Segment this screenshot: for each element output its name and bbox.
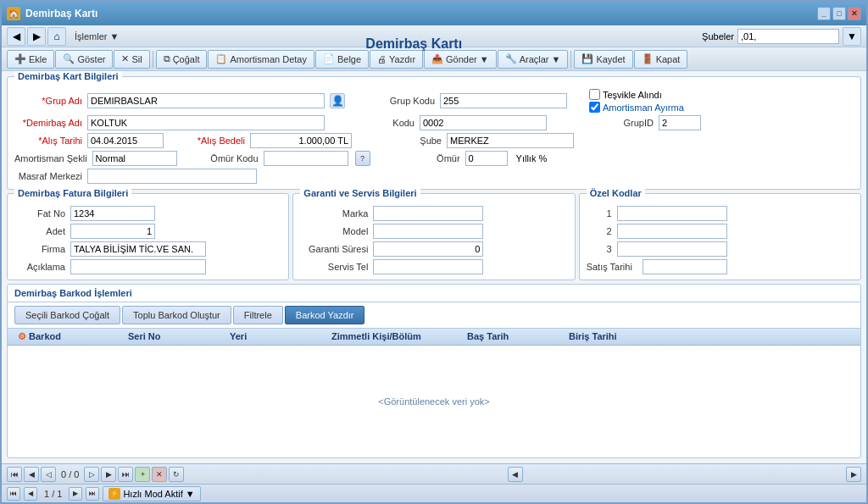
status-prev-button[interactable]: ◀ (24, 487, 37, 501)
gonder-icon: 📤 (431, 53, 443, 64)
status-bar: ⏮ ◀ 1 / 1 ▶ ⏭ ⚡ Hızlı Mod Aktif ▼ (2, 484, 866, 502)
kod3-input[interactable] (617, 241, 727, 257)
forward-icon[interactable]: ▶ (27, 27, 46, 46)
garanti-suresi-input[interactable] (373, 241, 483, 257)
secili-cogalt-button[interactable]: Seçili Barkod Çoğalt (14, 306, 120, 324)
gonder-dropdown-icon: ▼ (480, 54, 489, 64)
kod1-label: 1 (587, 208, 612, 219)
fat-no-input[interactable] (70, 206, 155, 221)
sil-button[interactable]: ✕ Sil (114, 50, 149, 69)
yazdir-button[interactable]: 🖨 Yazdır (370, 50, 423, 69)
ozel-kodlar-title: Özel Kodlar (587, 188, 645, 198)
next-record-button[interactable]: ▷ (84, 467, 99, 482)
garanti-title: Garanti ve Servis Bilgileri (300, 188, 420, 198)
adet-input[interactable] (70, 224, 155, 239)
belge-button[interactable]: 📄 Belge (315, 50, 369, 69)
filtrele-button[interactable]: Filtrele (233, 306, 283, 324)
col-serino-header: Seri No (125, 330, 226, 343)
next-record2-button[interactable]: ▶ (101, 467, 116, 482)
amortisman-sekli-input[interactable] (92, 151, 177, 166)
sube-input[interactable] (447, 133, 574, 148)
barkod-yazdir-button[interactable]: Barkod Yazdır (285, 306, 365, 324)
omur-label: Ömür (392, 153, 460, 163)
islemler-menu[interactable]: İşlemler ▼ (68, 30, 125, 43)
firma-row: Firma (14, 241, 281, 257)
alis-tarihi-input[interactable] (87, 133, 164, 148)
kod2-input[interactable] (617, 224, 727, 239)
satis-tarihi-input[interactable] (643, 259, 727, 274)
status-first-button[interactable]: ⏮ (7, 487, 20, 501)
tesvik-checkbox[interactable] (589, 89, 600, 100)
three-sections-row: Demirbaş Fatura Bilgileri Fat No Adet Fi… (7, 193, 861, 280)
add-record-button[interactable]: + (135, 467, 150, 482)
first-record-button[interactable]: ⏮ (7, 467, 22, 482)
kart-bilgileri-title: Demirbaş Kart Bilgileri (14, 71, 122, 81)
scroll-left-button[interactable]: ◀ (508, 467, 523, 482)
servis-tel-input[interactable] (373, 259, 483, 274)
alis-bedeli-input[interactable] (250, 133, 352, 148)
alis-bedeli-label: *Alış Bedeli (177, 136, 245, 146)
omur-kodu-input[interactable] (264, 151, 348, 166)
tesvik-checkbox-area: Teşvikle Alındı (589, 89, 684, 100)
bottom-nav-bar: ⏮ ◀ ◁ 0 / 0 ▷ ▶ ⏭ + ✕ ↻ ◀ ▶ (2, 463, 866, 484)
fat-no-label: Fat No (14, 208, 65, 219)
status-last-button[interactable]: ⏭ (86, 487, 99, 501)
adet-row: Adet (14, 224, 281, 239)
goster-button[interactable]: 🔍 Göster (55, 50, 113, 69)
ekle-button[interactable]: ➕ Ekle (7, 50, 54, 69)
subeler-input[interactable] (737, 29, 839, 44)
refresh-button[interactable]: ↻ (169, 467, 184, 482)
masraf-merkezi-input[interactable] (87, 169, 257, 184)
firma-input[interactable] (70, 241, 206, 257)
grupid-input[interactable] (659, 115, 701, 130)
grup-search-icon[interactable]: 👤 (330, 93, 345, 108)
close-button[interactable]: ✕ (848, 7, 861, 20)
adet-label: Adet (14, 226, 65, 236)
toplu-olustur-button[interactable]: Toplu Barkod Oluştur (122, 306, 231, 324)
gonder-button[interactable]: 📤 Gönder ▼ (424, 50, 497, 69)
araclar-icon: 🔧 (505, 53, 517, 64)
aciklama-input[interactable] (70, 259, 206, 274)
marka-label: Marka (300, 208, 368, 219)
delete-record-button[interactable]: ✕ (152, 467, 167, 482)
servis-tel-label: Servis Tel (300, 262, 368, 272)
model-input[interactable] (373, 224, 483, 239)
kart-form: *Grup Adı 👤 Grup Kodu Teşvikle Alındı Am… (14, 89, 854, 184)
amortisman-checkbox[interactable] (589, 102, 600, 113)
menu-bar: ◀ ▶ ⌂ İşlemler ▼ Demirbaş Kartı Şubeler … (2, 25, 866, 47)
omur-kodu-label: Ömür Kodu (191, 153, 259, 163)
back-icon[interactable]: ◀ (7, 27, 25, 46)
amortisman-detay-button[interactable]: 📋 Amortisman Detay (208, 50, 314, 69)
kaydet-button[interactable]: 💾 Kaydet (574, 50, 632, 69)
kod2-row: 2 (587, 224, 854, 239)
araclar-button[interactable]: 🔧 Araçlar ▼ (498, 50, 569, 69)
cogalt-button[interactable]: ⧉ Çoğalt (156, 50, 208, 69)
prev-record-button[interactable]: ◀ (24, 467, 39, 482)
amortisman-icon: 📋 (215, 53, 227, 64)
hizli-mod-button[interactable]: ⚡ Hızlı Mod Aktif ▼ (103, 486, 200, 501)
home-icon[interactable]: ⌂ (47, 27, 66, 46)
omur-help-button[interactable]: ? (355, 151, 370, 166)
kapat-button[interactable]: 🚪 Kapat (634, 50, 688, 69)
belge-icon: 📄 (323, 53, 335, 64)
demirбas-adi-input[interactable] (87, 115, 325, 130)
omur-input[interactable] (465, 151, 508, 166)
col-zimmet-header: Zimmetli Kişi/Bölüm (328, 330, 464, 343)
last-record-button[interactable]: ⏭ (118, 467, 133, 482)
grup-kodu-input[interactable] (440, 93, 567, 108)
maximize-button[interactable]: □ (832, 7, 846, 20)
kod1-input[interactable] (617, 206, 727, 221)
fatura-bilgileri-section: Demirbaş Fatura Bilgileri Fat No Adet Fi… (7, 193, 289, 280)
minimize-button[interactable]: _ (817, 7, 831, 20)
grup-adi-input[interactable] (87, 93, 325, 108)
scroll-right-button[interactable]: ▶ (846, 467, 861, 482)
form-row-3: *Alış Tarihi *Alış Bedeli Şube (14, 133, 854, 148)
fat-no-row: Fat No (14, 206, 281, 221)
subeler-dropdown-icon[interactable]: ▼ (843, 27, 861, 46)
kodu-input[interactable] (420, 115, 547, 130)
form-row-5: Masraf Merkezi (14, 169, 854, 184)
prev-record2-button[interactable]: ◁ (41, 467, 56, 482)
status-next-button[interactable]: ▶ (69, 487, 82, 501)
marka-input[interactable] (373, 206, 483, 221)
window-title: Demirbaş Kartı (25, 8, 97, 19)
